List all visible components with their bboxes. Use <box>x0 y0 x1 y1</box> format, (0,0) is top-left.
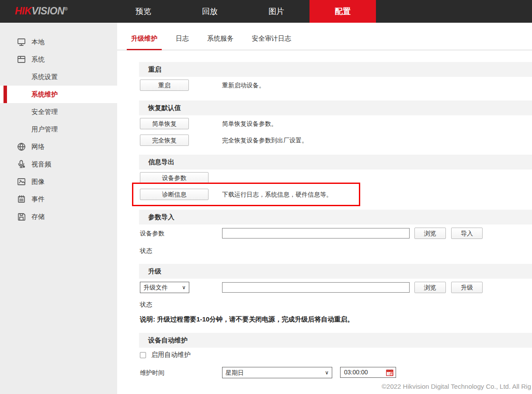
full-restore-button[interactable]: 完全恢复 <box>140 135 189 146</box>
logo-hik: HIK <box>15 5 31 17</box>
calendar-icon[interactable] <box>386 369 394 377</box>
nav-picture[interactable]: 图片 <box>243 0 309 23</box>
import-browse-button[interactable]: 浏览 <box>414 228 446 239</box>
enable-auto-maintenance-label: 启用自动维护 <box>151 351 191 359</box>
chevron-down-icon: ∨ <box>182 282 186 293</box>
export-device-parameters-button[interactable]: 设备参数 <box>140 172 209 183</box>
sidebar-item-security-management[interactable]: 安全管理 <box>0 103 117 121</box>
logo-vision: VISION <box>31 5 64 17</box>
upgrade-file-type-select[interactable]: 升级文件∨ <box>140 282 189 293</box>
maintenance-time-input[interactable]: 03:00:00 <box>340 367 396 378</box>
monitor-icon <box>17 37 26 47</box>
chevron-down-icon: ∨ <box>325 367 329 378</box>
tab-upgrade-maintenance[interactable]: 升级维护 <box>127 35 162 50</box>
import-button[interactable]: 导入 <box>451 228 483 239</box>
enable-auto-maintenance-checkbox[interactable] <box>140 352 146 358</box>
sidebar-item-audio-video[interactable]: 视音频 <box>0 156 117 173</box>
nav-preview[interactable]: 预览 <box>110 0 177 23</box>
tab-security-audit-log[interactable]: 安全审计日志 <box>247 35 296 50</box>
sidebar-item-system-maintenance[interactable]: 系统维护 <box>0 86 117 103</box>
maintenance-time-label: 维护时间 <box>140 367 164 378</box>
diagnose-info-description: 下载运行日志，系统信息，硬件信息等。 <box>222 189 332 200</box>
section-header-param-import: 参数导入 <box>139 210 532 225</box>
sidebar-item-storage[interactable]: 存储 <box>0 208 117 225</box>
top-nav: 预览 回放 图片 配置 <box>110 0 376 23</box>
import-status-label: 状态 <box>140 245 152 256</box>
copyright-text: ©2022 Hikvision Digital Technology Co., … <box>382 383 531 390</box>
page: HIKVISION® 预览 回放 图片 配置 本地 系统 系统设置 系统维护 安… <box>0 0 532 394</box>
section-header-upgrade: 升级 <box>139 264 532 279</box>
simple-restore-description: 简单恢复设备参数。 <box>222 118 277 129</box>
sidebar-item-image[interactable]: 图像 <box>0 173 117 190</box>
hikvision-logo: HIKVISION® <box>15 5 68 17</box>
full-restore-description: 完全恢复设备参数到出厂设置。 <box>222 135 308 146</box>
tab-log[interactable]: 日志 <box>171 35 193 50</box>
section-header-restore-defaults: 恢复默认值 <box>139 100 532 115</box>
image-icon <box>17 177 26 187</box>
sidebar-item-user-management[interactable]: 用户管理 <box>0 121 117 138</box>
storage-icon <box>17 212 26 221</box>
enable-auto-maintenance-row: 启用自动维护 <box>140 351 191 359</box>
system-window-icon <box>17 55 26 64</box>
event-icon <box>17 194 26 204</box>
upgrade-status-label: 状态 <box>140 299 152 310</box>
export-diagnose-info-button[interactable]: 诊断信息 <box>140 189 209 200</box>
main-content: 升级维护 日志 系统服务 安全审计日志 重启 重启 重新启动设备。 恢复默认值 … <box>117 23 532 394</box>
import-device-parameters-label: 设备参数 <box>140 228 164 239</box>
nav-configuration[interactable]: 配置 <box>309 0 376 23</box>
import-file-path-input[interactable] <box>222 228 410 238</box>
tab-system-service[interactable]: 系统服务 <box>203 35 238 50</box>
audio-video-icon <box>17 159 26 169</box>
section-header-auto-maintenance: 设备自动维护 <box>139 333 532 348</box>
tab-bar: 升级维护 日志 系统服务 安全审计日志 <box>117 23 532 50</box>
top-bar: HIKVISION® 预览 回放 图片 配置 <box>0 0 532 23</box>
maintenance-day-select[interactable]: 星期日∨ <box>222 367 332 378</box>
upgrade-button[interactable]: 升级 <box>451 282 483 293</box>
section-header-info-export: 信息导出 <box>139 155 532 169</box>
sidebar-item-event[interactable]: 事件 <box>0 190 117 208</box>
nav-playback[interactable]: 回放 <box>177 0 243 23</box>
sidebar-item-local[interactable]: 本地 <box>0 33 117 51</box>
logo-registered-mark: ® <box>64 6 68 11</box>
sidebar-item-system-settings[interactable]: 系统设置 <box>0 68 117 86</box>
sidebar-item-network[interactable]: 网络 <box>0 138 117 156</box>
reboot-button[interactable]: 重启 <box>140 79 189 91</box>
section-header-reboot: 重启 <box>139 62 532 77</box>
upgrade-file-path-input[interactable] <box>222 282 410 293</box>
upgrade-browse-button[interactable]: 浏览 <box>414 282 446 293</box>
simple-restore-button[interactable]: 简单恢复 <box>140 118 189 129</box>
upgrade-note: 说明: 升级过程需要1-10分钟，请不要关闭电源，完成升级后将自动重启。 <box>140 315 354 324</box>
globe-icon <box>17 142 26 152</box>
sidebar-item-system[interactable]: 系统 <box>0 51 117 68</box>
sidebar: 本地 系统 系统设置 系统维护 安全管理 用户管理 网络 视音频 <box>0 23 117 394</box>
reboot-description: 重新启动设备。 <box>222 79 265 91</box>
